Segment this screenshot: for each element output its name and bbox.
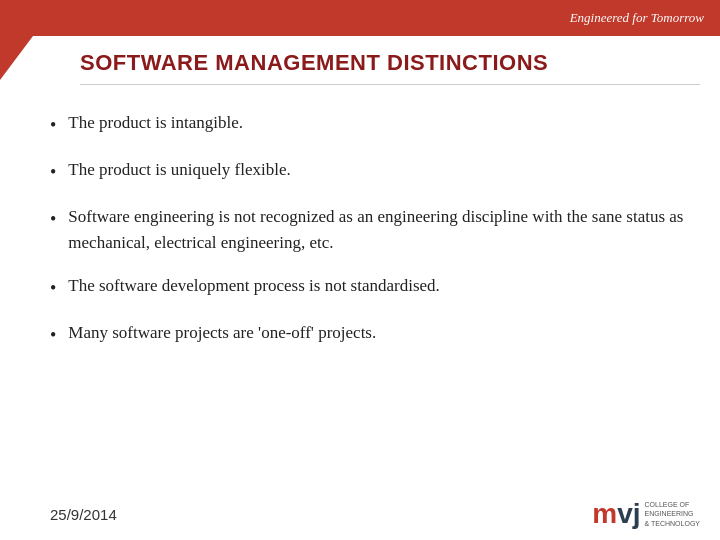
content-area: • The product is intangible. • The produ… xyxy=(50,110,690,480)
logo-letter-m: m xyxy=(592,498,617,529)
bullet-dot-5: • xyxy=(50,322,56,349)
bullet-item-2: • The product is uniquely flexible. xyxy=(50,157,690,186)
bullet-dot-2: • xyxy=(50,159,56,186)
bullet-item-3: • Software engineering is not recognized… xyxy=(50,204,690,255)
bullet-text-2: The product is uniquely flexible. xyxy=(68,157,690,183)
logo-tagline: COLLEGE OF ENGINEERING & TECHNOLOGY xyxy=(645,500,701,527)
footer-date: 25/9/2014 xyxy=(50,506,117,523)
tagline-line3: & TECHNOLOGY xyxy=(645,519,701,528)
bullet-dot-4: • xyxy=(50,275,56,302)
bullet-text-5: Many software projects are 'one-off' pro… xyxy=(68,320,690,346)
mvj-letters: mvj xyxy=(592,498,640,530)
bullet-dot-1: • xyxy=(50,112,56,139)
banner-text: Engineered for Tomorrow xyxy=(570,10,704,26)
footer: 25/9/2014 mvj COLLEGE OF ENGINEERING & T… xyxy=(50,498,700,530)
bullet-item-4: • The software development process is no… xyxy=(50,273,690,302)
logo-letter-j: j xyxy=(633,498,641,529)
top-banner: Engineered for Tomorrow xyxy=(0,0,720,36)
bullet-item-1: • The product is intangible. xyxy=(50,110,690,139)
bullet-text-1: The product is intangible. xyxy=(68,110,690,136)
left-accent-decoration xyxy=(0,0,60,80)
tagline-line2: ENGINEERING xyxy=(645,509,701,518)
logo-letter-v: v xyxy=(617,498,633,529)
bullet-dot-3: • xyxy=(50,206,56,233)
tagline-line1: COLLEGE OF xyxy=(645,500,701,509)
mvj-logo: mvj COLLEGE OF ENGINEERING & TECHNOLOGY xyxy=(592,498,700,530)
bullet-item-5: • Many software projects are 'one-off' p… xyxy=(50,320,690,349)
title-divider xyxy=(80,84,700,85)
bullet-text-4: The software development process is not … xyxy=(68,273,690,299)
title-container: SOFTWARE MANAGEMENT DISTINCTIONS xyxy=(80,50,700,85)
page-title: SOFTWARE MANAGEMENT DISTINCTIONS xyxy=(80,50,700,76)
bullet-text-3: Software engineering is not recognized a… xyxy=(68,204,690,255)
